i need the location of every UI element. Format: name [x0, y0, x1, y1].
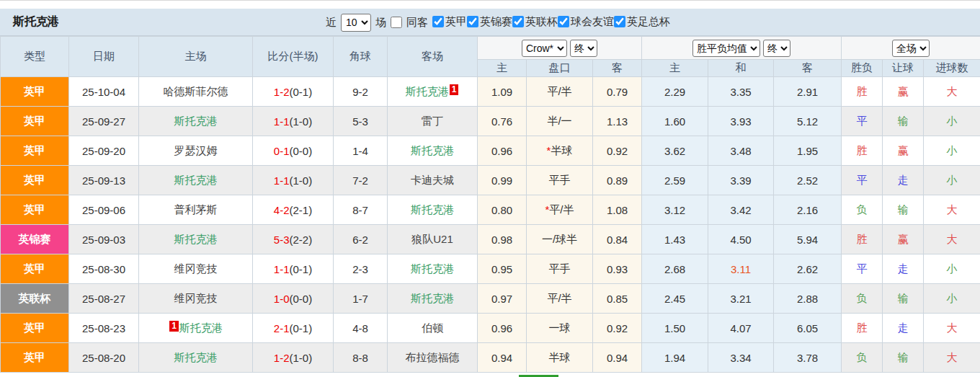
result-winlose: 胜	[842, 136, 883, 166]
team-name-cell[interactable]: 哈德斯菲尔德	[139, 77, 253, 107]
odds-group-header: Crow* 终	[478, 37, 642, 60]
halftime-score: (1-0)	[290, 174, 313, 187]
match-date: 25-10-04	[69, 77, 139, 107]
bookmaker-select[interactable]: Crow*	[522, 40, 567, 57]
competition-filter[interactable]: 球会友谊	[558, 15, 614, 29]
odds-away: 0.89	[593, 166, 642, 195]
match-date: 25-09-27	[69, 107, 139, 136]
team-name-cell[interactable]: 普利茅斯	[139, 195, 253, 225]
competition-filter[interactable]: 英足总杯	[614, 15, 670, 29]
team-name-cell[interactable]: 斯托克港	[388, 136, 478, 166]
team-name-cell[interactable]: 斯托克港	[139, 343, 253, 373]
competition-filter[interactable]: 英联杯	[512, 15, 558, 29]
subcol-odds-home: 主	[478, 60, 527, 77]
odds-handicap: 平手	[527, 166, 593, 195]
team-name-cell[interactable]: 伯顿	[388, 314, 478, 343]
avg-away: 5.12	[774, 107, 842, 136]
match-row: 英甲25-09-13斯托克港1-1(1-0)7-2卡迪夫城0.99平手0.892…	[1, 166, 980, 195]
team-name-cell[interactable]: 斯托克港1	[388, 77, 478, 107]
fulltime-score: 0-1	[274, 145, 290, 157]
team-name-cell[interactable]: 布拉德福德	[388, 343, 478, 373]
same-away-checkbox[interactable]	[391, 17, 402, 28]
halftime-score: (2-1)	[290, 204, 313, 216]
result-goals: 小	[924, 136, 980, 166]
competition-filter[interactable]: 英甲	[432, 15, 467, 29]
team-name-cell[interactable]: 斯托克港	[139, 225, 253, 254]
result-goals: 小	[924, 107, 980, 136]
avg-home: 1.50	[642, 314, 708, 343]
competition-checkbox[interactable]	[512, 16, 524, 27]
match-date: 25-08-30	[69, 254, 139, 284]
competition-checkbox[interactable]	[558, 16, 569, 27]
avg-metric-select[interactable]: 胜平负均值	[692, 40, 760, 57]
avg-draw: 3.48	[708, 136, 774, 166]
result-winlose: 负	[842, 284, 883, 314]
result-handicap: 赢	[883, 225, 924, 254]
odds-status-select[interactable]: 终	[570, 40, 597, 57]
avg-status-select[interactable]: 终	[763, 40, 790, 57]
fulltime-score: 4-2	[274, 204, 290, 216]
opponent-team-name: 卡迪夫城	[411, 174, 454, 186]
team-name-cell[interactable]: 斯托克港	[139, 166, 253, 195]
team-name-cell[interactable]: 卡迪夫城	[388, 166, 478, 195]
avg-home: 2.45	[642, 284, 708, 314]
score-cell: 1-1(1-0)	[253, 166, 334, 195]
team-name-cell[interactable]: 维冈竞技	[139, 254, 253, 284]
odds-home: 0.76	[478, 107, 527, 136]
competition-checkbox[interactable]	[614, 16, 625, 27]
fulltime-score: 1-1	[274, 174, 290, 187]
corners-cell: 2-3	[334, 254, 388, 284]
corners-cell: 8-7	[334, 195, 388, 225]
match-row: 英锦赛25-09-03斯托克港5-3(2-2)6-2狼队U210.98一/球半0…	[1, 225, 980, 254]
league-badge: 英甲	[1, 166, 69, 195]
subcol-avg-draw: 和	[708, 60, 774, 77]
odds-home: 0.94	[478, 343, 527, 373]
team-name-cell[interactable]: 雷丁	[388, 107, 478, 136]
halftime-score: (0-1)	[290, 86, 313, 98]
subcol-odds-handicap: 盘口	[527, 60, 593, 77]
score-cell: 2-1(0-1)	[253, 314, 334, 343]
team-name-cell[interactable]: 罗瑟汉姆	[139, 136, 253, 166]
avg-away: 2.52	[774, 166, 842, 195]
team-name-cell[interactable]: 斯托克港	[388, 254, 478, 284]
odds-home: 0.96	[478, 314, 527, 343]
avg-away: 2.62	[774, 254, 842, 284]
fulltime-score: 1-2	[274, 86, 290, 98]
filter-bar: 近 10 场 同客 英甲英锦赛英联杯球会友谊英足总杯	[326, 9, 670, 36]
corners-cell: 1-4	[334, 136, 388, 166]
odds-handicap: 一/球半	[527, 225, 593, 254]
match-row: 英甲25-08-231斯托克港2-1(0-1)4-8伯顿0.96一球0.921.…	[1, 314, 980, 343]
team-name-cell[interactable]: 斯托克港	[139, 107, 253, 136]
recent-count-select[interactable]: 10	[341, 14, 371, 32]
subcol-result-winlose: 胜负	[842, 60, 883, 77]
odds-away: 0.94	[593, 343, 642, 373]
odds-away: 0.92	[593, 314, 642, 343]
opponent-team-name: 普利茅斯	[174, 203, 218, 216]
result-handicap: 走	[883, 166, 924, 195]
team-name-cell[interactable]: 斯托克港	[388, 284, 478, 314]
result-goals: 大	[924, 225, 980, 254]
bottom-strip	[0, 373, 980, 377]
halftime-score: (1-0)	[290, 115, 313, 128]
team-name-cell[interactable]: 斯托克港	[388, 195, 478, 225]
team-name-cell[interactable]: 狼队U21	[388, 225, 478, 254]
focus-team-name: 斯托克港	[174, 174, 218, 186]
league-badge: 英甲	[1, 136, 69, 166]
team-name-cell[interactable]: 维冈竞技	[139, 284, 253, 314]
competition-filter[interactable]: 英锦赛	[467, 15, 512, 29]
avg-home: 2.29	[642, 77, 708, 107]
competition-checkbox[interactable]	[467, 16, 478, 27]
odds-handicap: 平/半	[527, 77, 593, 107]
fulltime-score: 1-0	[274, 293, 290, 305]
top-strip	[0, 0, 980, 9]
odds-home: 0.97	[478, 284, 527, 314]
avg-away: 6.05	[774, 314, 842, 343]
odds-home: 0.96	[478, 136, 527, 166]
opponent-team-name: 罗瑟汉姆	[174, 144, 218, 156]
result-scope-select[interactable]: 全场	[892, 40, 930, 57]
competition-checkbox[interactable]	[432, 16, 444, 27]
result-goals: 小	[924, 284, 980, 314]
score-cell: 1-2(1-0)	[253, 343, 334, 373]
team-name-cell[interactable]: 1斯托克港	[139, 314, 253, 343]
result-winlose: 胜	[842, 314, 883, 343]
